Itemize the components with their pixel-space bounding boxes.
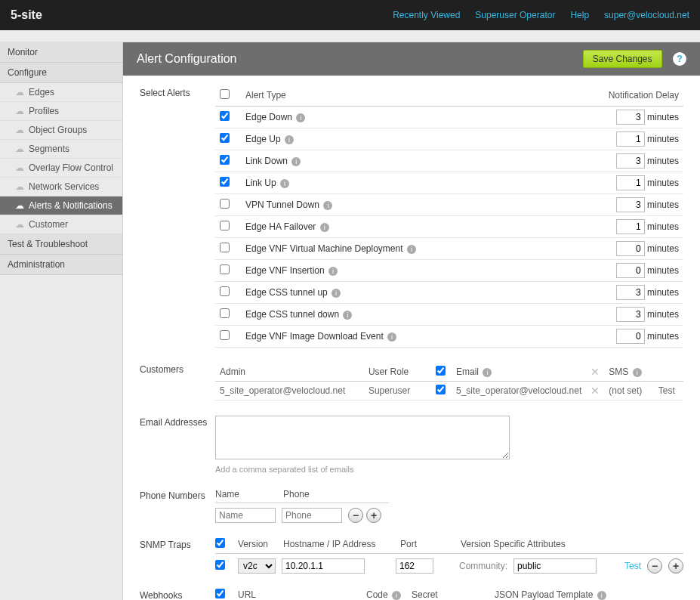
- sidebar-item-object-groups[interactable]: ☁Object Groups: [0, 121, 122, 140]
- alert-delay-input[interactable]: [616, 153, 645, 169]
- alert-delay-input[interactable]: [616, 110, 645, 125]
- info-icon[interactable]: i: [328, 267, 338, 276]
- alert-delay-input[interactable]: [616, 131, 645, 147]
- cloud-icon: ☁: [15, 106, 24, 116]
- info-icon[interactable]: i: [291, 157, 301, 166]
- alert-checkbox[interactable]: [220, 330, 230, 340]
- add-snmp-button[interactable]: +: [668, 558, 683, 574]
- sidebar-section-admin[interactable]: Administration: [0, 255, 122, 275]
- alert-checkbox[interactable]: [220, 221, 230, 230]
- snmp-label: SNMP Traps: [140, 538, 215, 574]
- alert-checkbox[interactable]: [220, 308, 230, 318]
- alert-delay-input[interactable]: [616, 263, 645, 278]
- alert-name: Edge Down: [245, 112, 292, 122]
- sidebar-section-test[interactable]: Test & Troubleshoot: [0, 234, 122, 255]
- emails-textarea[interactable]: [215, 416, 510, 459]
- alert-delay-input[interactable]: [616, 175, 645, 190]
- customer-email-checkbox[interactable]: [436, 385, 446, 394]
- info-icon[interactable]: i: [323, 201, 332, 210]
- alert-checkbox[interactable]: [220, 111, 230, 121]
- phones-section: Phone Numbers Name Phone − +: [140, 489, 683, 523]
- top-links: Recently Viewed Superuser Operator Help …: [393, 10, 689, 20]
- alert-checkbox[interactable]: [220, 133, 230, 143]
- user-email-link[interactable]: super@velocloud.net: [604, 10, 689, 20]
- info-icon[interactable]: i: [633, 368, 642, 377]
- alert-checkbox[interactable]: [220, 243, 230, 252]
- page-header: Alert Configuration Save Changes ?: [123, 42, 700, 76]
- customers-email-header-checkbox[interactable]: [436, 366, 446, 376]
- sidebar-item-overlay-flow-control[interactable]: ☁Overlay Flow Control: [0, 159, 122, 178]
- customers-admin-header: Admin: [215, 363, 364, 382]
- snmp-host-input[interactable]: [282, 558, 365, 574]
- sidebar-section-monitor[interactable]: Monitor: [0, 42, 122, 63]
- sidebar-item-segments[interactable]: ☁Segments: [0, 140, 122, 159]
- alert-type-header: Alert Type: [241, 86, 547, 107]
- alert-delay-input[interactable]: [616, 285, 645, 300]
- alert-checkbox[interactable]: [220, 264, 230, 274]
- info-icon[interactable]: i: [483, 368, 492, 377]
- alert-checkbox[interactable]: [220, 286, 230, 296]
- select-alerts-section: Select Alerts Alert Type Notification De…: [140, 86, 683, 348]
- phone-name-input[interactable]: [215, 508, 276, 523]
- info-icon[interactable]: i: [407, 245, 416, 254]
- snmp-community-input[interactable]: [513, 558, 597, 574]
- remove-snmp-button[interactable]: −: [647, 558, 662, 574]
- alert-row: Link Down i minutes: [215, 150, 683, 172]
- customer-row: 5_site_operator@velocloud.net Superuser …: [215, 382, 683, 401]
- sidebar-item-alerts-notifications[interactable]: ☁Alerts & Notifications: [0, 196, 122, 215]
- superuser-operator-link[interactable]: Superuser Operator: [475, 10, 555, 20]
- info-icon[interactable]: i: [285, 135, 294, 144]
- help-icon[interactable]: ?: [673, 52, 686, 66]
- alert-checkbox[interactable]: [220, 155, 230, 165]
- info-icon[interactable]: i: [296, 113, 305, 122]
- alert-checkbox[interactable]: [220, 199, 230, 209]
- webhooks-header-checkbox[interactable]: [215, 589, 225, 598]
- webhooks-payload-header: JSON Payload Template: [495, 589, 594, 600]
- remove-phone-button[interactable]: −: [348, 508, 363, 523]
- alert-checkbox[interactable]: [220, 177, 230, 187]
- alert-delay-input[interactable]: [616, 307, 645, 322]
- info-icon[interactable]: i: [280, 179, 289, 188]
- alert-delay-input[interactable]: [616, 329, 645, 344]
- add-phone-button[interactable]: +: [366, 508, 381, 523]
- snmp-port-input[interactable]: [396, 558, 433, 574]
- customer-admin: 5_site_operator@velocloud.net: [215, 382, 364, 401]
- info-icon[interactable]: i: [392, 591, 401, 600]
- sidebar-item-profiles[interactable]: ☁Profiles: [0, 102, 122, 121]
- info-icon[interactable]: i: [343, 311, 352, 320]
- webhooks-url-header: URL: [238, 589, 366, 600]
- customer-test-link[interactable]: Test: [654, 382, 683, 401]
- info-icon[interactable]: i: [597, 591, 606, 600]
- clear-sms-icon[interactable]: ✕: [591, 385, 600, 397]
- customers-label: Customers: [140, 363, 215, 401]
- sidebar-item-network-services[interactable]: ☁Network Services: [0, 178, 122, 196]
- sidebar-item-customer[interactable]: ☁Customer: [0, 215, 122, 234]
- help-link[interactable]: Help: [570, 10, 589, 20]
- save-changes-button[interactable]: Save Changes: [583, 50, 662, 68]
- snmp-version-select[interactable]: v2c: [238, 558, 276, 574]
- delay-unit: minutes: [645, 199, 679, 210]
- main: Alert Configuration Save Changes ? Selec…: [123, 42, 700, 600]
- customers-role-header: User Role: [364, 363, 430, 382]
- alert-delay-input[interactable]: [616, 197, 645, 212]
- phones-name-header: Name: [215, 489, 283, 499]
- phone-number-input[interactable]: [282, 508, 342, 523]
- phones-phone-header: Phone: [283, 489, 310, 499]
- recently-viewed-link[interactable]: Recently Viewed: [393, 10, 460, 20]
- alert-name: Edge VNF Virtual Machine Deployment: [245, 243, 403, 254]
- alert-name: Edge HA Failover: [245, 221, 316, 232]
- alert-delay-input[interactable]: [616, 241, 645, 256]
- info-icon[interactable]: i: [320, 223, 329, 232]
- alert-delay-input[interactable]: [616, 219, 645, 234]
- customer-email: 5_site_operator@velocloud.net: [452, 382, 586, 401]
- alerts-select-all-checkbox[interactable]: [220, 89, 230, 99]
- clear-sms-header-icon[interactable]: ✕: [591, 366, 600, 378]
- sidebar-section-configure[interactable]: Configure: [0, 63, 122, 83]
- snmp-header-checkbox[interactable]: [215, 538, 225, 548]
- snmp-row-checkbox[interactable]: [215, 560, 225, 570]
- info-icon[interactable]: i: [387, 332, 396, 342]
- customers-sms-header: SMS: [609, 366, 628, 377]
- snmp-test-link[interactable]: Test: [624, 561, 641, 571]
- info-icon[interactable]: i: [331, 289, 341, 298]
- sidebar-item-edges[interactable]: ☁Edges: [0, 83, 122, 102]
